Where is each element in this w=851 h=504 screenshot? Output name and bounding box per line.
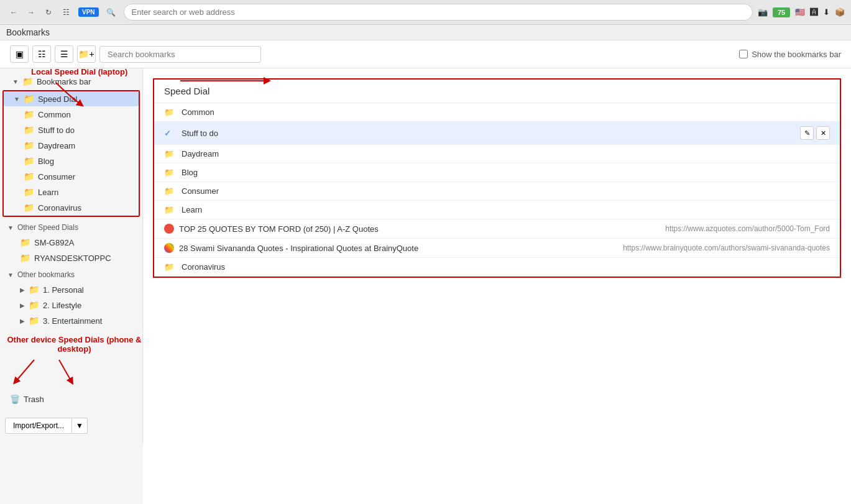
sidebar: ▼ 📁 Bookmarks bar ▼ 📁 Speed Dial 📁 Commo… — [0, 68, 143, 444]
sidebar-item-speed-dial[interactable]: ▼ 📁 Speed Dial — [4, 91, 139, 106]
show-bar-text: Show the bookmarks bar — [752, 50, 841, 59]
bookmark-row-blog[interactable]: 📁 Blog — [154, 163, 840, 182]
score-badge: 75 — [773, 7, 790, 17]
bookmark-row-learn[interactable]: 📁 Learn — [154, 201, 840, 219]
sidebar-item-personal[interactable]: ▶ 📁 1. Personal — [2, 282, 140, 297]
bookmarks-title: Bookmarks — [6, 27, 50, 37]
bookmarks-toolbar: ▣ ☷ ☰ 📁+ Show the bookmarks bar — [0, 40, 851, 68]
lifestyle-label: 2. Lifestyle — [43, 301, 81, 310]
sm-g892a-icon: 📁 — [20, 237, 30, 247]
stuff-check-icon: ✓ — [164, 129, 177, 138]
daydream-label: Daydream — [38, 141, 75, 150]
view-list-button[interactable]: ☰ — [55, 45, 73, 63]
import-export-button[interactable]: Import/Export... — [5, 418, 72, 434]
trash-label: Trash — [24, 395, 44, 404]
vpn-badge: VPN — [78, 7, 99, 17]
speed-dial-section: Speed Dial 📁 Common ✓ Stuff to do ✎ ✕ 📁 … — [153, 78, 841, 278]
consumer-folder-icon: 📁 — [24, 172, 34, 181]
sidebar-item-learn[interactable]: 📁 Learn — [6, 185, 136, 199]
add-folder-button[interactable]: 📁+ — [77, 45, 96, 63]
stuff-label: Stuff to do — [38, 126, 75, 135]
search-bookmarks-input[interactable] — [99, 46, 261, 63]
sidebar-item-bookmarks-bar[interactable]: ▼ 📁 Bookmarks bar — [2, 74, 140, 89]
sivananda-favicon — [164, 243, 174, 253]
blog-row-name: Blog — [182, 168, 830, 177]
learn-folder-icon: 📁 — [24, 187, 34, 197]
tom-ford-favicon — [164, 224, 174, 234]
content-area: Speed Dial 📁 Common ✓ Stuff to do ✎ ✕ 📁 … — [143, 68, 851, 504]
bookmark-row-tom-ford[interactable]: TOP 25 QUOTES BY TOM FORD (of 250) | A-Z… — [154, 219, 840, 239]
common-row-icon: 📁 — [164, 108, 177, 117]
speed-dial-section-title: Speed Dial — [154, 80, 840, 103]
sivananda-url: https://www.brainyquote.com/authors/swam… — [623, 244, 830, 252]
address-bar[interactable] — [124, 4, 753, 21]
grid-button[interactable]: ☷ — [58, 5, 73, 20]
bookmark-row-sivananda[interactable]: 28 Swami Sivananda Quotes - Inspirationa… — [154, 239, 840, 258]
bookmark-row-stuff-to-do[interactable]: ✓ Stuff to do ✎ ✕ — [154, 122, 840, 145]
bookmark-row-coronavirus[interactable]: 📁 Coronavirus — [154, 258, 840, 277]
sidebar-item-entertainment[interactable]: ▶ 📁 3. Entertainment — [2, 313, 140, 328]
flag-icon: 🇺🇸 — [795, 7, 805, 17]
edit-button[interactable]: ✎ — [800, 126, 814, 140]
reload-button[interactable]: ↻ — [41, 5, 56, 20]
coronavirus-row-icon: 📁 — [164, 262, 177, 272]
sidebar-item-lifestyle[interactable]: ▶ 📁 2. Lifestyle — [2, 298, 140, 313]
blog-folder-icon: 📁 — [24, 156, 34, 166]
other-bookmarks-header: ▼ Other bookmarks — [2, 268, 140, 282]
trash-item[interactable]: 🗑️ Trash — [0, 391, 142, 408]
consumer-label: Consumer — [38, 172, 75, 181]
ryansdesktoppc-label: RYANSDESKTOPPC — [34, 254, 111, 263]
import-export-container: Import/Export...▼ — [0, 408, 142, 439]
lifestyle-icon: 📁 — [29, 300, 39, 310]
blog-row-icon: 📁 — [164, 168, 177, 177]
daydream-row-name: Daydream — [182, 149, 830, 158]
bookmark-row-daydream[interactable]: 📁 Daydream — [154, 145, 840, 163]
bookmarks-bar-label: Bookmarks bar — [37, 77, 91, 86]
sidebar-item-blog[interactable]: 📁 Blog — [6, 153, 136, 168]
main-layout: Local Speed Dial (laptop) ▼ 📁 Bookmarks … — [0, 68, 851, 504]
sidebar-item-stuff-to-do[interactable]: 📁 Stuff to do — [6, 122, 136, 137]
speed-dial-folder-icon: 📁 — [24, 94, 34, 104]
coronavirus-label: Coronavirus — [38, 203, 81, 213]
sidebar-item-ryansdesktoppc[interactable]: 📁 RYANSDESKTOPPC — [2, 250, 140, 265]
stuff-row-actions: ✎ ✕ — [800, 126, 830, 140]
annotation-other-device-container: Other device Speed Dials (phone & deskto… — [0, 329, 142, 378]
bookmark-row-consumer[interactable]: 📁 Consumer — [154, 182, 840, 201]
browser-actions: 📷 75 🇺🇸 🅰 ⬇ 📦 — [758, 7, 845, 17]
delete-button[interactable]: ✕ — [816, 126, 830, 140]
sidebar-item-coronavirus[interactable]: 📁 Coronavirus — [6, 200, 136, 215]
sidebar-item-sm-g892a[interactable]: 📁 SM-G892A — [2, 235, 140, 250]
common-label: Common — [38, 110, 71, 119]
show-bar-checkbox[interactable] — [739, 50, 748, 58]
other-speed-dials-label: Other Speed Dials — [17, 223, 78, 232]
sidebar-item-daydream[interactable]: 📁 Daydream — [6, 138, 136, 153]
ryansdesktoppc-icon: 📁 — [20, 253, 30, 263]
expand-icon: ▼ — [12, 78, 19, 85]
folder-icon: 📁 — [22, 76, 33, 86]
coronavirus-folder-icon: 📁 — [24, 203, 34, 213]
other-speed-dials-header: ▼ Other Speed Dials — [2, 221, 140, 234]
bookmark-row-common[interactable]: 📁 Common — [154, 103, 840, 122]
bookmarks-bar-row: Bookmarks — [0, 25, 851, 40]
view-small-grid-button[interactable]: ☷ — [32, 45, 51, 63]
search-icon[interactable]: 🔍 — [104, 5, 119, 20]
personal-label: 1. Personal — [43, 285, 84, 295]
view-large-grid-button[interactable]: ▣ — [10, 45, 29, 63]
sm-g892a-label: SM-G892A — [34, 238, 74, 247]
browser-chrome: ← → ↻ ☷ VPN 🔍 📷 75 🇺🇸 🅰 ⬇ 📦 — [0, 0, 851, 25]
sidebar-item-consumer[interactable]: 📁 Consumer — [6, 169, 136, 184]
stuff-row-name: Stuff to do — [182, 129, 795, 138]
entertainment-label: 3. Entertainment — [43, 316, 102, 326]
stuff-folder-icon: 📁 — [24, 125, 34, 135]
consumer-row-name: Consumer — [182, 186, 830, 196]
back-button[interactable]: ← — [6, 5, 21, 20]
nav-buttons: ← → ↻ ☷ — [6, 5, 73, 20]
import-export-dropdown[interactable]: ▼ — [72, 418, 88, 434]
entertainment-arrow: ▶ — [20, 318, 25, 324]
show-bar-label[interactable]: Show the bookmarks bar — [739, 50, 841, 59]
entertainment-icon: 📁 — [29, 316, 39, 326]
learn-row-name: Learn — [182, 205, 830, 214]
sidebar-item-common[interactable]: 📁 Common — [6, 107, 136, 122]
download-icon: ⬇ — [823, 7, 830, 17]
forward-button[interactable]: → — [24, 5, 39, 20]
